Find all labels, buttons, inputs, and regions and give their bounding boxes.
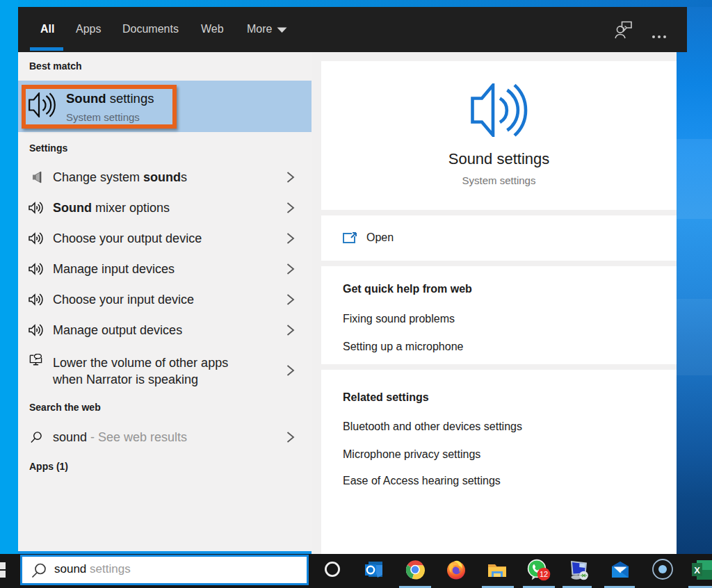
svg-text:X: X xyxy=(694,565,700,575)
svg-text:12: 12 xyxy=(540,570,548,578)
